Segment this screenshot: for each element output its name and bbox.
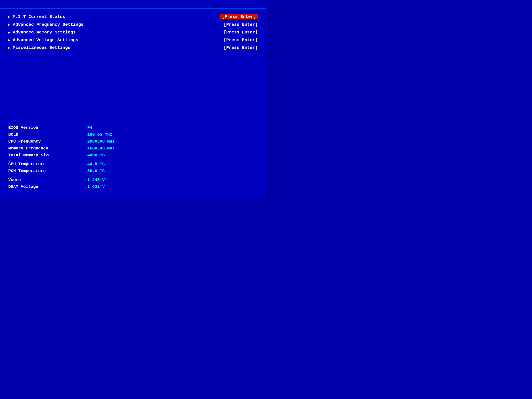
menu-label-4: Miscellaneous Settings bbox=[13, 45, 70, 50]
info-row-0-2: CPU Frequency2880.08 MHz bbox=[8, 139, 258, 144]
menu-item-3[interactable]: ▶Advanced Voltage Settings[Press Enter] bbox=[8, 38, 258, 42]
info-label-0-4: Total Memory Size bbox=[8, 153, 87, 158]
info-label-1-1: PCH Temperature bbox=[8, 169, 87, 173]
info-label-2-0: Vcore bbox=[8, 177, 87, 182]
info-row-0-1: BCLK160.05 MHz bbox=[8, 132, 258, 137]
menu-label-0: M.I.T Current Status bbox=[13, 14, 65, 19]
menu-value-0: [Press Enter] bbox=[220, 14, 258, 19]
menu-label-2: Advanced Memory Settings bbox=[13, 30, 76, 35]
info-label-2-1: DRAM Voltage bbox=[8, 184, 87, 189]
bios-header bbox=[0, 0, 266, 9]
info-group-1: CPU Temperature44.5 °CPCH Temperature39.… bbox=[8, 162, 258, 173]
menu-value-1: [Press Enter] bbox=[224, 22, 258, 27]
menu-value-4: [Press Enter] bbox=[224, 45, 258, 50]
info-row-0-4: Total Memory Size4096 MB bbox=[8, 153, 258, 158]
arrow-icon-4: ▶ bbox=[8, 46, 10, 50]
arrow-icon-0: ▶ bbox=[8, 15, 10, 19]
info-value-0-1: 160.05 MHz bbox=[87, 132, 112, 137]
info-group-2: Vcore1.248 VDRAM Voltage1.632 V bbox=[8, 177, 258, 189]
menu-item-2[interactable]: ▶Advanced Memory Settings[Press Enter] bbox=[8, 30, 258, 35]
info-value-1-0: 44.5 °C bbox=[87, 162, 105, 166]
info-group-0: BIOS VersionF4BCLK160.05 MHzCPU Frequenc… bbox=[8, 125, 258, 158]
info-value-2-0: 1.248 V bbox=[87, 177, 105, 182]
info-label-0-1: BCLK bbox=[8, 132, 87, 137]
menu-item-0[interactable]: ▶M.I.T Current Status[Press Enter] bbox=[8, 14, 258, 19]
menu-label-1: Advanced Frequency Settings bbox=[13, 22, 83, 27]
info-value-0-2: 2880.08 MHz bbox=[87, 139, 115, 144]
info-value-0-0: F4 bbox=[87, 125, 92, 130]
menu-value-3: [Press Enter] bbox=[224, 38, 258, 42]
info-value-2-1: 1.632 V bbox=[87, 184, 105, 189]
info-label-0-3: Memory Frequency bbox=[8, 146, 87, 151]
info-label-0-0: BIOS Version bbox=[8, 125, 87, 130]
info-label-1-0: CPU Temperature bbox=[8, 162, 87, 166]
header-title bbox=[4, 2, 262, 7]
info-row-2-0: Vcore1.248 V bbox=[8, 177, 258, 182]
bios-screen: ▶M.I.T Current Status[Press Enter]▶Advan… bbox=[0, 0, 266, 200]
info-label-0-2: CPU Frequency bbox=[8, 139, 87, 144]
info-value-1-1: 39.0 °C bbox=[87, 169, 105, 173]
info-row-0-3: Memory Frequency1600.49 MHz bbox=[8, 146, 258, 151]
info-value-0-3: 1600.49 MHz bbox=[87, 146, 115, 151]
menu-item-1[interactable]: ▶Advanced Frequency Settings[Press Enter… bbox=[8, 22, 258, 27]
system-info-area: BIOS VersionF4BCLK160.05 MHzCPU Frequenc… bbox=[0, 121, 266, 200]
arrow-icon-2: ▶ bbox=[8, 30, 10, 34]
menu-label-3: Advanced Voltage Settings bbox=[13, 38, 78, 42]
main-menu: ▶M.I.T Current Status[Press Enter]▶Advan… bbox=[0, 9, 266, 56]
info-row-0-0: BIOS VersionF4 bbox=[8, 125, 258, 130]
info-value-0-4: 4096 MB bbox=[87, 153, 105, 158]
menu-item-4[interactable]: ▶Miscellaneous Settings[Press Enter] bbox=[8, 45, 258, 50]
info-row-2-1: DRAM Voltage1.632 V bbox=[8, 184, 258, 189]
arrow-icon-1: ▶ bbox=[8, 23, 10, 27]
info-row-1-1: PCH Temperature39.0 °C bbox=[8, 169, 258, 173]
info-row-1-0: CPU Temperature44.5 °C bbox=[8, 162, 258, 166]
menu-value-2: [Press Enter] bbox=[224, 30, 258, 35]
arrow-icon-3: ▶ bbox=[8, 38, 10, 42]
